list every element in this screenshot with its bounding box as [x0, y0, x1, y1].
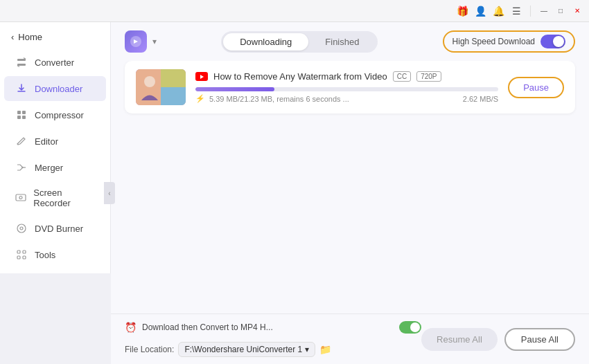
svg-rect-10 [17, 251, 20, 253]
user-icon[interactable]: 👤 [473, 4, 487, 18]
gift-icon[interactable]: 🎁 [455, 4, 469, 18]
sidebar-item-screen-recorder[interactable]: Screen Recorder [4, 181, 106, 215]
item-info: How to Remove Any Watermark from Video C… [195, 71, 498, 103]
tools-label: Tools [35, 250, 55, 260]
select-chevron-icon: ▾ [305, 345, 309, 354]
pause-all-button[interactable]: Pause All [504, 328, 575, 351]
sidebar-back[interactable]: ‹ Home [0, 28, 110, 46]
back-arrow-icon: ‹ [11, 32, 14, 42]
sidebar-item-compressor[interactable]: Compressor [4, 102, 106, 127]
high-speed-area: High Speed Download [443, 30, 575, 53]
app-logo [125, 30, 147, 53]
youtube-icon [195, 72, 208, 81]
svg-point-7 [19, 197, 22, 199]
svg-rect-12 [17, 256, 20, 259]
download-status-text: 5.39 MB/21.23 MB, remains 6 seconds ... [209, 95, 349, 103]
high-speed-toggle[interactable] [540, 35, 565, 48]
high-speed-label: High Speed Download [452, 37, 535, 46]
svg-rect-2 [17, 111, 21, 114]
dvd-burner-label: DVD Burner [35, 224, 83, 234]
downloader-label: Downloader [35, 84, 82, 94]
video-thumbnail [136, 69, 186, 105]
tab-finished[interactable]: Finished [308, 33, 376, 51]
dvd-burner-icon [15, 222, 28, 235]
compressor-label: Compressor [35, 110, 84, 120]
title-bar: 🎁 👤 🔔 ☰ — □ ✕ [0, 0, 589, 22]
svg-rect-6 [16, 194, 26, 201]
toggle-knob [553, 36, 564, 47]
svg-rect-13 [23, 256, 26, 259]
convert-toggle[interactable] [399, 321, 421, 334]
svg-rect-11 [23, 251, 26, 253]
folder-icon[interactable]: 📁 [319, 344, 331, 355]
mini-knob [410, 322, 420, 332]
main-content: ▾ Downloading Finished High Speed Downlo… [111, 22, 589, 364]
merger-icon [15, 161, 28, 174]
home-label: Home [18, 32, 42, 42]
convert-label: Download then Convert to MP4 H... [142, 322, 394, 332]
svg-rect-5 [17, 116, 21, 119]
menu-icon[interactable]: ☰ [509, 4, 523, 18]
svg-point-8 [17, 224, 26, 233]
lightning-icon: ⚡ [195, 94, 205, 103]
clock-icon: ⏰ [125, 322, 137, 333]
bottom-buttons: Resume All Pause All [421, 328, 575, 351]
sidebar: ‹ Home Converter [0, 22, 111, 273]
sidebar-item-merger[interactable]: Merger [4, 155, 106, 180]
progress-bar-bg [195, 87, 498, 91]
converter-icon [15, 56, 28, 69]
video-title: How to Remove Any Watermark from Video [213, 71, 387, 82]
bottom-bar: ⏰ Download then Convert to MP4 H... File… [111, 313, 589, 364]
compressor-icon [15, 109, 28, 121]
close-button[interactable]: ✕ [571, 5, 583, 17]
yt-play-icon [200, 75, 204, 79]
sidebar-collapse-button[interactable]: ‹ [104, 182, 115, 204]
sidebar-item-dvd-burner[interactable]: DVD Burner [4, 216, 106, 241]
tab-downloading[interactable]: Downloading [223, 33, 308, 51]
download-list: How to Remove Any Watermark from Video C… [111, 61, 589, 313]
download-item: How to Remove Any Watermark from Video C… [125, 61, 575, 113]
file-location-select[interactable]: F:\Wondershare UniConverter 1 ▾ [178, 342, 315, 357]
svg-point-9 [20, 227, 23, 230]
thumb-overlay [136, 69, 186, 105]
logo-chevron-icon[interactable]: ▾ [152, 37, 157, 46]
app-body: ‹ Home Converter [0, 22, 589, 364]
downloader-icon [15, 82, 28, 95]
file-path-text: F:\Wondershare UniConverter 1 [184, 345, 302, 354]
sidebar-wrapper: ‹ Home Converter [0, 22, 111, 364]
convert-row: ⏰ Download then Convert to MP4 H... [125, 321, 421, 334]
badge-quality: 720P [416, 71, 441, 82]
pause-button[interactable]: Pause [508, 77, 564, 98]
progress-bar-fill [195, 87, 274, 91]
svg-rect-4 [22, 116, 26, 119]
top-bar: ▾ Downloading Finished High Speed Downlo… [111, 22, 589, 61]
editor-label: Editor [35, 136, 58, 147]
file-location-label: File Location: [125, 345, 174, 354]
resume-all-button[interactable]: Resume All [421, 328, 498, 351]
sidebar-item-converter[interactable]: Converter [4, 50, 106, 75]
tab-switcher: Downloading Finished [221, 31, 378, 53]
editor-icon [15, 135, 28, 147]
tools-icon [15, 248, 28, 261]
bell-icon[interactable]: 🔔 [491, 4, 505, 18]
badge-cc: CC [393, 71, 411, 82]
file-location-row: File Location: F:\Wondershare UniConvert… [125, 342, 421, 357]
screen-recorder-label: Screen Recorder [33, 188, 95, 208]
sidebar-item-tools[interactable]: Tools [4, 242, 106, 267]
merger-label: Merger [35, 163, 63, 173]
sidebar-item-editor[interactable]: Editor [4, 129, 106, 154]
app-logo-area: ▾ [125, 30, 157, 53]
svg-rect-3 [22, 111, 26, 114]
download-speed-text: 2.62 MB/S [463, 95, 498, 103]
progress-row [195, 87, 498, 91]
item-title-row: How to Remove Any Watermark from Video C… [195, 71, 498, 82]
sidebar-item-downloader[interactable]: Downloader [4, 76, 106, 101]
minimize-button[interactable]: — [538, 5, 550, 17]
maximize-button[interactable]: □ [554, 5, 567, 17]
converter-label: Converter [35, 57, 74, 68]
screen-recorder-icon [15, 192, 26, 204]
status-row: ⚡ 5.39 MB/21.23 MB, remains 6 seconds ..… [195, 94, 498, 103]
